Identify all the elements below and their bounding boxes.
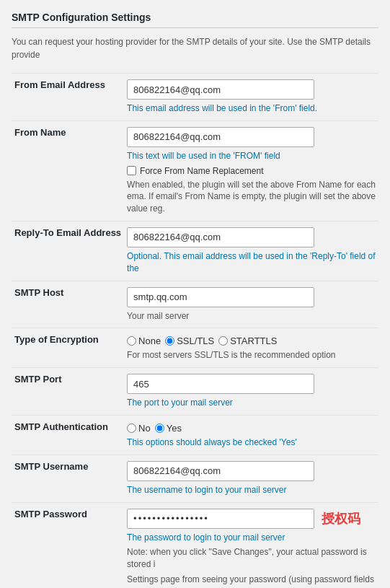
smtp-password-label: SMTP Password: [14, 509, 87, 519]
encryption-ssltls-radio[interactable]: [165, 336, 174, 346]
smtp-password-helper1: The password to login to your mail serve…: [127, 532, 376, 544]
page-description: You can request your hosting provider fo…: [12, 35, 378, 61]
reply-to-label: Reply-To Email Address: [14, 227, 121, 238]
smtp-auth-label: SMTP Authentication: [14, 421, 108, 432]
smtp-host-label: SMTP Host: [14, 287, 63, 298]
smtp-username-input[interactable]: [127, 461, 314, 481]
smtp-port-input[interactable]: [127, 374, 314, 394]
smtp-password-helper2: Note: when you click "Save Changes", you…: [127, 546, 376, 571]
smtp-username-label: SMTP Username: [14, 461, 88, 472]
from-name-input[interactable]: [127, 127, 314, 147]
password-watermark: 授权码: [322, 510, 360, 527]
encryption-starttls-option[interactable]: STARTTLS: [218, 335, 277, 346]
smtp-port-label: SMTP Port: [14, 374, 62, 385]
encryption-starttls-radio[interactable]: [218, 336, 228, 346]
from-email-helper: This email address will be used in the '…: [127, 102, 376, 115]
force-from-name-checkbox[interactable]: [127, 166, 136, 175]
reply-to-input[interactable]: [127, 227, 314, 247]
smtp-auth-no-option[interactable]: No: [127, 423, 151, 434]
encryption-none-option[interactable]: None: [127, 335, 161, 346]
encryption-none-radio[interactable]: [127, 336, 136, 346]
smtp-host-input[interactable]: [127, 287, 314, 307]
force-from-name-helper: When enabled, the plugin will set the ab…: [127, 179, 376, 215]
encryption-label: Type of Encryption: [14, 334, 99, 345]
page-title: SMTP Configuration Settings: [12, 12, 378, 28]
force-from-name-label[interactable]: Force From Name Replacement: [140, 166, 263, 176]
smtp-username-helper: The username to login to your mail serve…: [127, 484, 376, 496]
smtp-host-helper: Your mail server: [127, 310, 376, 322]
from-email-input[interactable]: [127, 79, 314, 100]
smtp-auth-helper: This options should always be checked 'Y…: [127, 436, 376, 449]
encryption-ssltls-option[interactable]: SSL/TLS: [165, 335, 214, 346]
from-email-label: From Email Address: [14, 79, 105, 90]
smtp-auth-yes-radio[interactable]: [155, 424, 164, 433]
smtp-port-helper: The port to your mail server: [127, 397, 376, 409]
smtp-password-input[interactable]: [127, 509, 314, 529]
encryption-helper: For most servers SSL/TLS is the recommen…: [127, 349, 376, 361]
reply-to-helper: Optional. This email address will be use…: [127, 250, 376, 275]
smtp-password-helper3: Settings page from seeing your password …: [127, 574, 376, 588]
from-name-helper: This text will be used in the 'FROM' fie…: [127, 150, 376, 162]
smtp-auth-no-radio[interactable]: [127, 424, 136, 433]
smtp-auth-yes-option[interactable]: Yes: [155, 423, 182, 434]
from-name-label: From Name: [14, 127, 66, 138]
